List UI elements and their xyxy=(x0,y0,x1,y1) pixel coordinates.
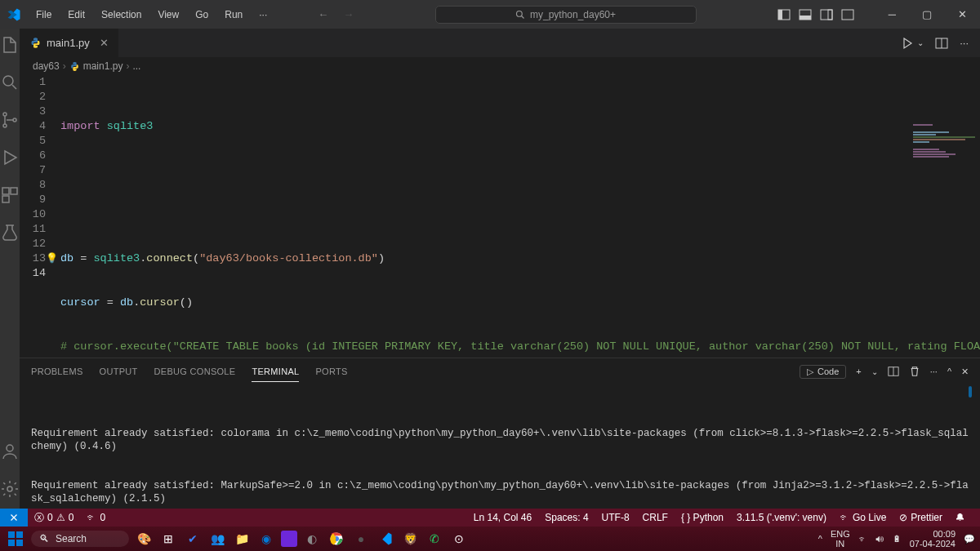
status-golive[interactable]: ᯤGo Live xyxy=(833,512,893,523)
breadcrumb[interactable]: day63 › main1.py › ... xyxy=(20,57,980,75)
tray-volume-icon[interactable]: 🔊︎ xyxy=(875,534,884,544)
new-terminal-icon[interactable]: + xyxy=(856,367,861,376)
tab-main1-py[interactable]: main1.py ✕ xyxy=(20,29,119,57)
svg-rect-14 xyxy=(2,188,9,194)
layout-sidebar-left-icon[interactable] xyxy=(777,8,791,21)
window-maximize[interactable]: ▢ xyxy=(915,7,938,22)
line-gutter: 1234 5678 9101112 1314 xyxy=(20,75,60,358)
tab-problems[interactable]: PROBLEMS xyxy=(31,362,83,381)
status-lncol[interactable]: Ln 14, Col 46 xyxy=(467,512,538,523)
menu-selection[interactable]: Selection xyxy=(95,6,148,24)
close-icon[interactable]: ✕ xyxy=(100,37,109,49)
panel-more-icon[interactable]: ··· xyxy=(930,367,938,376)
taskbar-app-brave[interactable]: 🦁 xyxy=(400,529,420,549)
layout-sidebar-right-icon[interactable] xyxy=(820,8,833,21)
tab-ports[interactable]: PORTS xyxy=(315,362,347,381)
tray-clock[interactable]: 00:0907-04-2024 xyxy=(910,529,956,549)
code-editor[interactable]: 1234 5678 9101112 1314 💡 import sqlite3 … xyxy=(20,75,980,358)
taskbar-app-edge[interactable]: ◉ xyxy=(256,529,276,549)
layout-panel-icon[interactable] xyxy=(799,8,812,21)
taskbar-app-steam[interactable]: ◐ xyxy=(302,529,322,549)
taskbar-app-explorer[interactable]: 📁 xyxy=(232,529,252,549)
svg-rect-7 xyxy=(828,10,832,20)
maximize-panel-icon[interactable]: ^ xyxy=(947,367,951,376)
menu-edit[interactable]: Edit xyxy=(61,6,91,24)
svg-rect-27 xyxy=(16,540,23,546)
tab-output[interactable]: OUTPUT xyxy=(100,362,138,381)
tray-chevron-icon[interactable]: ^ xyxy=(818,534,822,544)
start-button[interactable] xyxy=(5,528,26,549)
terminal-output[interactable]: Requirement already satisfied: colorama … xyxy=(20,384,980,509)
run-file-icon[interactable] xyxy=(901,37,914,50)
svg-rect-26 xyxy=(8,540,15,546)
window-minimize[interactable]: ─ xyxy=(882,7,902,22)
more-actions-icon[interactable]: ··· xyxy=(960,37,969,49)
taskbar-app-todo[interactable]: ✔ xyxy=(183,529,203,549)
lightbulb-icon[interactable]: 💡 xyxy=(46,251,58,266)
status-encoding[interactable]: UTF-8 xyxy=(595,512,636,523)
svg-rect-8 xyxy=(842,10,853,20)
search-icon[interactable] xyxy=(0,73,20,92)
taskbar-app-vscode[interactable] xyxy=(376,529,395,549)
status-bell[interactable]: 🔔︎ xyxy=(949,512,972,523)
terminal-line: Requirement already satisfied: MarkupSaf… xyxy=(31,479,969,505)
taskbar-search[interactable]: 🔍︎ Search xyxy=(31,531,129,547)
kill-terminal-icon[interactable] xyxy=(909,366,920,377)
breadcrumb-more[interactable]: ... xyxy=(132,60,140,72)
taskbar-app-purple[interactable] xyxy=(281,531,297,547)
run-dropdown-icon[interactable]: ⌄ xyxy=(917,38,924,47)
status-language[interactable]: { } Python xyxy=(675,512,730,523)
menu-file[interactable]: File xyxy=(29,6,58,24)
taskbar-app-chrome[interactable] xyxy=(327,529,346,549)
terminal-profile-button[interactable]: ▷Code xyxy=(800,365,846,379)
taskbar-app-dark[interactable]: ● xyxy=(351,529,371,549)
nav-forward-icon[interactable]: → xyxy=(343,8,354,20)
menu-run[interactable]: Run xyxy=(218,6,249,24)
terminal-dropdown-icon[interactable]: ⌄ xyxy=(871,367,878,376)
close-panel-icon[interactable]: ✕ xyxy=(961,367,969,377)
taskbar-app-teams[interactable]: 👥 xyxy=(207,529,227,549)
status-eol[interactable]: CRLF xyxy=(636,512,675,523)
taskbar-app-palette[interactable]: 🎨 xyxy=(134,529,154,549)
menu-view[interactable]: View xyxy=(151,6,185,24)
status-interpreter[interactable]: 3.11.5 ('.venv': venv) xyxy=(730,512,833,523)
window-close[interactable]: ✕ xyxy=(951,7,973,22)
breadcrumb-file[interactable]: main1.py xyxy=(83,60,123,72)
tray-language[interactable]: ENGIN xyxy=(831,529,850,549)
tray-notifications-icon[interactable]: 💬 xyxy=(964,534,975,544)
layout-customize-icon[interactable] xyxy=(841,8,854,21)
nav-back-icon[interactable]: ← xyxy=(318,8,328,20)
remote-button[interactable] xyxy=(0,509,28,527)
explorer-icon[interactable] xyxy=(0,35,20,55)
extensions-icon[interactable] xyxy=(0,185,20,205)
tab-terminal[interactable]: TERMINAL xyxy=(252,362,299,382)
run-debug-icon[interactable] xyxy=(0,148,20,167)
svg-point-9 xyxy=(3,76,13,86)
svg-line-10 xyxy=(12,85,16,89)
minimap[interactable] xyxy=(913,124,978,238)
status-ports[interactable]: ᯤ0 xyxy=(80,512,112,523)
source-control-icon[interactable] xyxy=(0,110,20,130)
tab-debug-console[interactable]: DEBUG CONSOLE xyxy=(154,362,236,381)
menu-go[interactable]: Go xyxy=(189,6,215,24)
search-text: my_python_day60+ xyxy=(530,9,616,20)
settings-icon[interactable] xyxy=(0,479,20,499)
search-icon xyxy=(515,10,525,20)
taskbar-app-whatsapp[interactable]: ✆ xyxy=(425,529,444,549)
accounts-icon[interactable] xyxy=(0,442,20,461)
taskbar-app-taskview[interactable]: ⊞ xyxy=(158,529,178,549)
split-terminal-icon[interactable] xyxy=(888,366,899,377)
breadcrumb-folder[interactable]: day63 xyxy=(33,60,60,72)
status-spaces[interactable]: Spaces: 4 xyxy=(538,512,595,523)
taskbar-app-github[interactable]: ⊙ xyxy=(449,529,469,549)
svg-rect-24 xyxy=(8,531,15,538)
status-prettier[interactable]: ⊘Prettier xyxy=(893,512,949,523)
testing-icon[interactable] xyxy=(0,223,20,242)
split-editor-icon[interactable] xyxy=(935,37,948,50)
menu-more[interactable]: ··· xyxy=(252,6,274,24)
tray-battery-icon[interactable]: 🔋︎ xyxy=(893,534,902,544)
command-center-search[interactable]: my_python_day60+ xyxy=(435,6,697,24)
code-content[interactable]: 💡 import sqlite3 db = sqlite3.connect("d… xyxy=(60,75,980,358)
tray-wifi-icon[interactable]: ᯤ xyxy=(858,534,867,544)
status-problems[interactable]: ⓧ0 ⚠0 xyxy=(28,511,80,525)
